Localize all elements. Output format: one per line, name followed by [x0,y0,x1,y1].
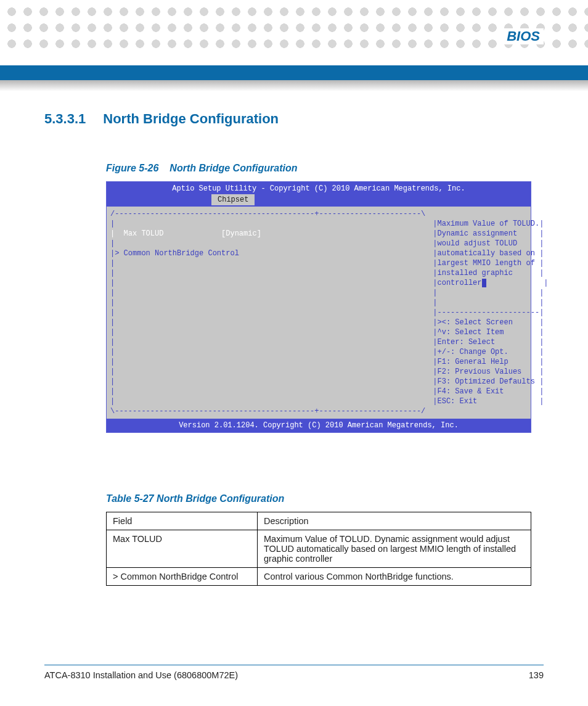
bios-tab-chipset: Chipset [211,194,255,205]
table-row: Field Description [107,512,531,530]
bios-screenshot: Aptio Setup Utility - Copyright (C) 2010… [106,181,531,433]
table-row: > Common NorthBridge Control Control var… [107,568,531,586]
bios-item-max-tolud: | Max TOLUD [Dynamic] [110,229,314,238]
bios-footer: Version 2.01.1204. Copyright (C) 2010 Am… [107,419,531,432]
bios-cursor: X [482,279,486,287]
bios-left-pane: /---------------------------------------… [107,207,429,419]
table-header-field: Field [107,512,258,530]
section-number: 5.3.3.1 [44,111,86,127]
page-content: 5.3.3.1 North Bridge Configuration Figur… [44,111,544,586]
chapter-title: BIOS [503,28,544,44]
table-area: Table 5-27 North Bridge Configuration Fi… [106,493,544,586]
table-row: Max TOLUD Maximum Value of TOLUD. Dynami… [107,530,531,568]
header-shadow [0,80,588,91]
table-cell: > Common NorthBridge Control [107,568,258,586]
footer-doc-title: ATCA-8310 Installation and Use (6806800M… [44,670,238,680]
table-header-description: Description [258,512,531,530]
bios-header: Aptio Setup Utility - Copyright (C) 2010… [107,182,531,194]
figure-title: North Bridge Configuration [169,163,297,173]
figure-caption: Figure 5-26North Bridge Configuration [106,163,544,174]
figure-label: Figure 5-26 [106,163,158,173]
table-caption: Table 5-27 North Bridge Configuration [106,493,544,504]
section-title: North Bridge Configuration [103,111,279,127]
config-table: Field Description Max TOLUD Maximum Valu… [106,512,531,586]
section-heading: 5.3.3.1 North Bridge Configuration [44,111,544,127]
header-pattern [0,0,588,48]
table-cell: Max TOLUD [107,530,258,568]
page-footer: ATCA-8310 Installation and Use (6806800M… [44,665,544,680]
table-cell: Control various Common NorthBridge funct… [258,568,531,586]
bios-item-northbridge: |> Common NorthBridge Control [110,249,314,258]
bios-help-pane: |Maximum Value of TOLUD.| |Dynamic assig… [429,207,552,419]
table-cell: Maximum Value of TOLUD. Dynamic assignme… [258,530,531,568]
header-bar [0,65,588,80]
footer-page-number: 139 [529,670,544,680]
bios-tab-row: Chipset [107,194,531,207]
bios-body: /---------------------------------------… [107,207,531,419]
